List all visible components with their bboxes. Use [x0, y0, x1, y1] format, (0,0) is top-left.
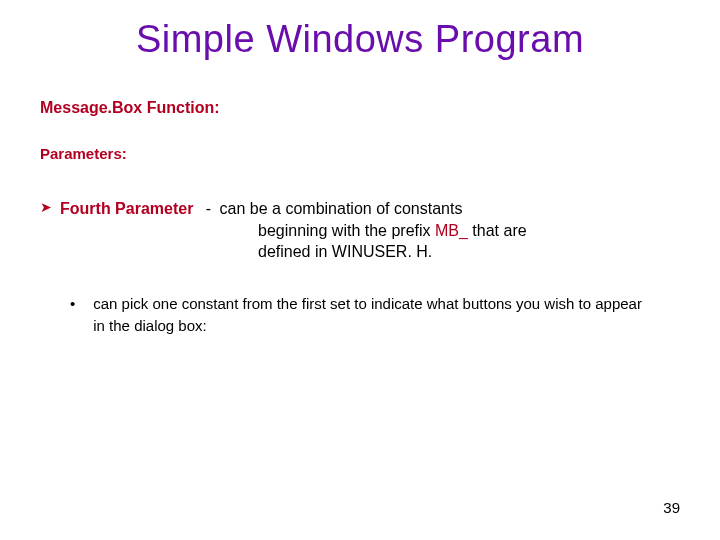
- parameter-desc-line1: can be a combination of constants: [220, 200, 463, 217]
- bullet-dot-icon: •: [70, 293, 75, 315]
- parameter-desc-line2c: that are: [468, 222, 527, 239]
- page-number: 39: [663, 499, 680, 516]
- parameter-desc-line3: defined in WINUSER. H.: [40, 241, 720, 263]
- parameter-name: Fourth Parameter: [60, 200, 193, 217]
- parameters-label: Parameters:: [0, 117, 720, 162]
- parameter-desc-line2a: beginning with the prefix: [258, 222, 435, 239]
- section-subtitle: Message.Box Function:: [0, 71, 720, 117]
- sub-bullet-text: can pick one constant from the first set…: [93, 293, 653, 337]
- parameter-item: ➤ Fourth Parameter - can be a combinatio…: [0, 162, 720, 263]
- bullet-arrow-icon: ➤: [40, 198, 52, 217]
- parameter-desc-mb-prefix: MB_: [435, 222, 468, 239]
- separator: -: [206, 200, 211, 217]
- sub-bullet-item: • can pick one constant from the first s…: [0, 263, 720, 337]
- slide-title: Simple Windows Program: [0, 0, 720, 71]
